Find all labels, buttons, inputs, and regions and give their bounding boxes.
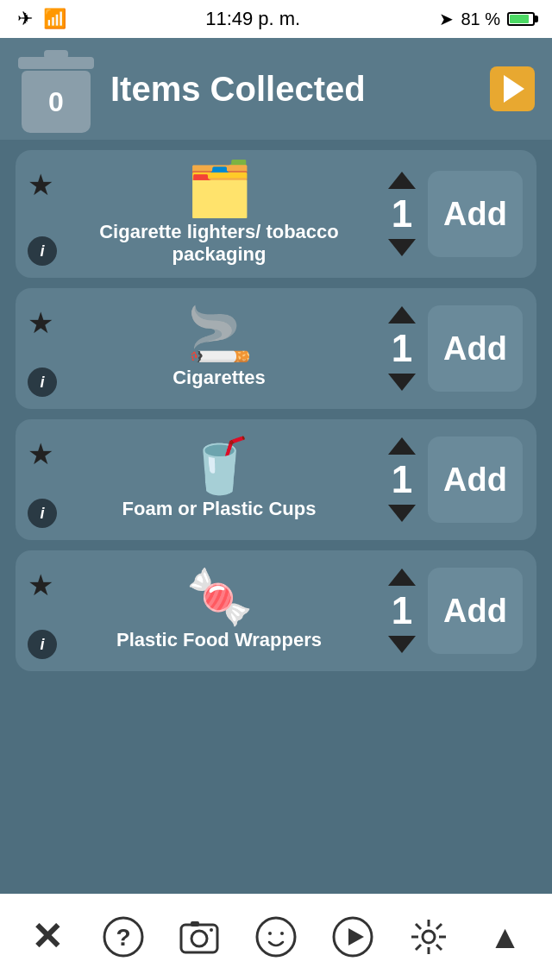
gear-icon: [408, 916, 449, 958]
svg-line-17: [436, 945, 442, 950]
item-name-cigarette-lighters: Cigarette lighters/ tobacco packaging: [62, 221, 376, 266]
page-title: Items Collected: [110, 70, 474, 109]
increment-button-foam-cups[interactable]: [388, 437, 416, 455]
item-name-cigarettes: Cigarettes: [172, 367, 266, 389]
svg-point-8: [280, 932, 284, 935]
status-bar: ✈ 📶 11:49 p. m. ➤ 81 %: [0, 0, 552, 38]
star-icon-foam-cups[interactable]: ★: [28, 437, 53, 471]
item-card-cigarette-lighters: ★ 🗂️ Cigarette lighters/ tobacco packagi…: [16, 150, 536, 278]
nav-up-button[interactable]: ▲: [474, 906, 536, 968]
stepper-cigarette-lighters: 1: [385, 172, 419, 256]
svg-marker-10: [348, 928, 364, 945]
star-icon-cigarettes[interactable]: ★: [28, 305, 53, 340]
wifi-icon: 📶: [43, 8, 66, 30]
count-cigarettes: 1: [385, 327, 419, 370]
count-cigarette-lighters: 1: [385, 192, 419, 236]
svg-line-16: [416, 924, 421, 929]
status-bar-right: ➤ 81 %: [439, 9, 535, 29]
svg-rect-4: [191, 921, 199, 927]
nav-help-button[interactable]: ?: [92, 906, 154, 968]
face-icon: [255, 916, 297, 958]
increment-button-cigarettes[interactable]: [388, 306, 416, 324]
bottom-nav: ✕ ?: [0, 894, 552, 980]
help-icon: ?: [103, 916, 144, 958]
item-center-plastic-food-wrappers: 🍬 Plastic Food Wrappers: [62, 570, 376, 651]
decrement-button-cigarettes[interactable]: [388, 374, 416, 391]
item-image-plastic-food-wrappers: 🍬: [186, 570, 253, 624]
count-foam-cups: 1: [385, 458, 419, 501]
decrement-button-cigarette-lighters[interactable]: [388, 239, 416, 256]
svg-point-11: [423, 931, 435, 943]
svg-line-19: [416, 945, 421, 950]
info-button-plastic-food-wrappers[interactable]: i: [28, 630, 57, 659]
item-image-foam-cups: 🥤: [186, 439, 253, 493]
status-bar-left: ✈ 📶: [17, 8, 66, 30]
status-time: 11:49 p. m.: [205, 8, 300, 30]
star-icon-plastic-food-wrappers[interactable]: ★: [28, 568, 53, 602]
location-icon: ➤: [439, 9, 454, 29]
trash-icon: 0: [17, 50, 95, 128]
stepper-cigarettes: 1: [385, 306, 419, 391]
item-card-plastic-food-wrappers: ★ 🍬 Plastic Food Wrappers 1 Add i: [16, 550, 536, 671]
nav-play-button[interactable]: [322, 906, 384, 968]
arrow-right-icon: [504, 75, 524, 103]
battery-icon: [507, 12, 535, 26]
info-button-cigarette-lighters[interactable]: i: [28, 236, 57, 266]
info-button-cigarettes[interactable]: i: [28, 368, 57, 397]
airplane-icon: ✈: [17, 8, 33, 30]
add-button-foam-cups[interactable]: Add: [428, 437, 523, 523]
nav-face-button[interactable]: [245, 906, 307, 968]
next-button[interactable]: [490, 66, 535, 111]
svg-text:?: ?: [116, 924, 130, 951]
add-button-plastic-food-wrappers[interactable]: Add: [428, 568, 523, 654]
item-name-plastic-food-wrappers: Plastic Food Wrappers: [116, 629, 322, 651]
add-button-cigarettes[interactable]: Add: [428, 305, 523, 392]
nav-close-button[interactable]: ✕: [16, 906, 78, 968]
svg-point-3: [191, 931, 207, 946]
nav-settings-button[interactable]: [398, 906, 460, 968]
increment-button-plastic-food-wrappers[interactable]: [388, 569, 416, 586]
svg-point-6: [257, 918, 295, 956]
camera-icon: [179, 916, 220, 958]
stepper-plastic-food-wrappers: 1: [385, 569, 419, 653]
nav-camera-button[interactable]: [168, 906, 230, 968]
close-icon: ✕: [31, 918, 63, 956]
up-arrow-icon: ▲: [489, 920, 522, 953]
item-card-cigarettes: ★ 🚬 Cigarettes 1 Add i: [16, 288, 536, 409]
stepper-foam-cups: 1: [385, 437, 419, 522]
count-plastic-food-wrappers: 1: [385, 589, 419, 632]
items-list: ★ 🗂️ Cigarette lighters/ tobacco packagi…: [0, 140, 552, 894]
svg-point-5: [210, 928, 213, 932]
item-center-cigarette-lighters: 🗂️ Cigarette lighters/ tobacco packaging: [62, 162, 376, 266]
battery-percent: 81 %: [461, 9, 500, 29]
star-icon-cigarette-lighters[interactable]: ★: [28, 167, 53, 202]
collected-count: 0: [48, 86, 64, 118]
item-card-foam-cups: ★ 🥤 Foam or Plastic Cups 1 Add i: [16, 419, 536, 540]
item-image-cigarette-lighters: 🗂️: [186, 162, 253, 216]
svg-point-7: [268, 932, 272, 935]
play-icon: [332, 916, 373, 958]
decrement-button-foam-cups[interactable]: [388, 505, 416, 522]
item-image-cigarettes: 🚬: [186, 308, 253, 361]
item-name-foam-cups: Foam or Plastic Cups: [122, 498, 317, 520]
increment-button-cigarette-lighters[interactable]: [388, 172, 416, 189]
header: 0 Items Collected: [0, 38, 552, 140]
add-button-cigarette-lighters[interactable]: Add: [428, 171, 523, 257]
item-center-cigarettes: 🚬 Cigarettes: [62, 308, 376, 389]
decrement-button-plastic-food-wrappers[interactable]: [388, 636, 416, 653]
item-center-foam-cups: 🥤 Foam or Plastic Cups: [62, 439, 376, 520]
info-button-foam-cups[interactable]: i: [28, 499, 57, 528]
svg-line-18: [436, 924, 442, 929]
